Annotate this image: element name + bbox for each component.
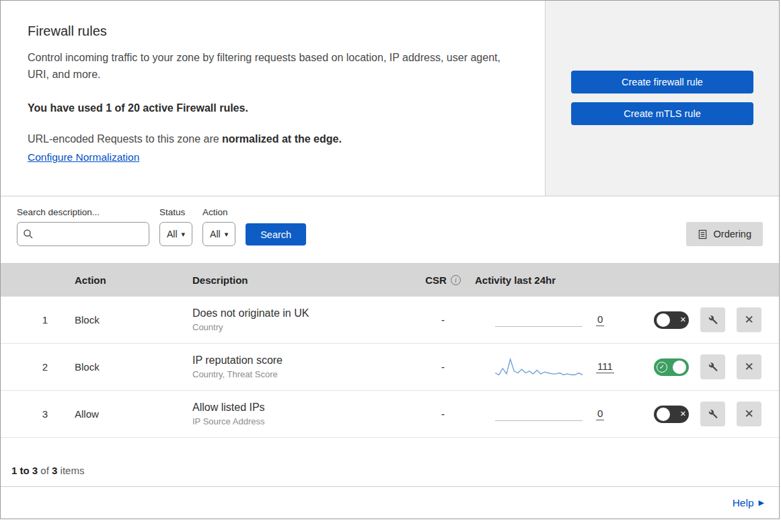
column-description: Description [192,274,411,286]
actions-panel: Create firewall rule Create mTLS rule [546,1,779,196]
wrench-icon [707,314,718,326]
search-field: Search description... [17,207,149,246]
rule-enabled-toggle[interactable]: ✓ ✕ [654,358,689,376]
pagination-range: 1 to 3 [11,465,38,476]
normalization-note: URL-encoded Requests to this zone are no… [28,133,518,145]
close-icon: ✕ [744,407,753,421]
wrench-icon [707,408,718,420]
rule-description: Allow listed IPs [192,402,411,414]
normalization-prefix: URL-encoded Requests to this zone are [28,133,219,145]
toggle-knob [657,313,670,327]
usage-summary: You have used 1 of 20 active Firewall ru… [28,102,518,114]
create-mtls-rule-button[interactable]: Create mTLS rule [571,102,753,125]
rule-priority: 1 [1,314,60,326]
toggle-knob [657,408,670,421]
rule-priority: 2 [1,361,60,373]
info-icon[interactable]: i [451,275,461,285]
status-dropdown[interactable]: All ▾ [159,222,192,246]
search-input-wrapper [17,222,149,246]
table-row: 1 Block Does not originate in UK Country… [1,297,779,344]
activity-sparkline [495,309,583,332]
ordering-button[interactable]: Ordering [686,222,763,246]
rule-criteria: Country [192,322,411,332]
page-title: Firewall rules [28,24,518,39]
edit-rule-button[interactable] [700,307,725,332]
firewall-rules-page: Firewall rules Control incoming traffic … [0,0,780,519]
create-firewall-rule-button[interactable]: Create firewall rule [571,71,753,93]
delete-rule-button[interactable]: ✕ [737,354,761,379]
rule-description: IP reputation score [192,354,411,367]
normalization-bold: normalized at the edge. [222,133,342,145]
chevron-down-icon: ▾ [225,230,229,239]
status-filter: Status All ▾ [159,207,192,246]
status-value: All [167,229,178,239]
toggle-x-icon: ✕ [680,315,686,324]
activity-count-link[interactable]: 111 [596,360,614,373]
page-header: Firewall rules Control incoming traffic … [1,1,779,196]
rule-csr: - [411,314,475,326]
arrow-right-icon: ▶ [759,498,764,507]
chevron-down-icon: ▾ [182,230,186,239]
close-icon: ✕ [744,360,753,374]
toggle-x-icon: ✕ [680,410,686,418]
delete-rule-button[interactable]: ✕ [737,307,761,332]
action-label: Action [202,207,235,217]
table-row: 2 Block IP reputation score Country, Thr… [1,344,779,391]
help-link[interactable]: Help ▶ [733,497,764,509]
status-label: Status [159,207,192,217]
activity-count-link[interactable]: 0 [596,313,604,326]
toggle-knob [673,360,686,374]
ordering-list-icon [698,229,708,239]
column-csr: CSR i [411,274,475,286]
action-filter: Action All ▾ [202,207,235,246]
close-icon: ✕ [744,313,753,327]
rule-enabled-toggle[interactable]: ✓ ✕ [654,311,689,329]
rule-action: Allow [60,408,192,420]
pagination-total: 3 [52,465,57,476]
rule-description: Does not originate in UK [192,307,411,319]
wrench-icon [707,361,718,373]
rule-criteria: Country, Threat Score [192,369,411,379]
rule-action: Block [60,361,192,373]
table-header: Action Description CSR i Activity last 2… [1,263,779,297]
search-input[interactable] [38,229,143,239]
edit-rule-button[interactable] [700,402,725,426]
page-description: Control incoming traffic to your zone by… [28,50,509,83]
search-button[interactable]: Search [246,223,306,245]
rule-enabled-toggle[interactable]: ✓ ✕ [654,406,689,423]
pagination-summary: 1 to 3 of 3 items [1,438,779,487]
filter-bar: Search description... Status All ▾ Actio… [1,196,779,263]
activity-sparkline [495,403,583,426]
column-activity: Activity last 24hr [475,274,633,286]
header-text-block: Firewall rules Control incoming traffic … [1,1,546,196]
search-label: Search description... [17,207,149,217]
column-action: Action [60,274,192,286]
rule-criteria: IP Source Address [192,416,411,426]
rule-csr: - [411,361,475,373]
search-icon [23,229,34,239]
toggle-check-icon: ✓ [657,362,667,373]
delete-rule-button[interactable]: ✕ [737,402,761,426]
rule-csr: - [411,408,475,420]
rule-action: Block [60,314,192,326]
activity-sparkline [495,356,583,379]
action-dropdown[interactable]: All ▾ [202,222,235,246]
action-value: All [210,229,221,239]
table-row: 3 Allow Allow listed IPs IP Source Addre… [1,391,779,438]
configure-normalization-link[interactable]: Configure Normalization [28,151,139,163]
rule-priority: 3 [1,408,60,420]
help-row: Help ▶ [1,487,779,519]
activity-count-link[interactable]: 0 [596,408,604,420]
edit-rule-button[interactable] [700,354,725,379]
